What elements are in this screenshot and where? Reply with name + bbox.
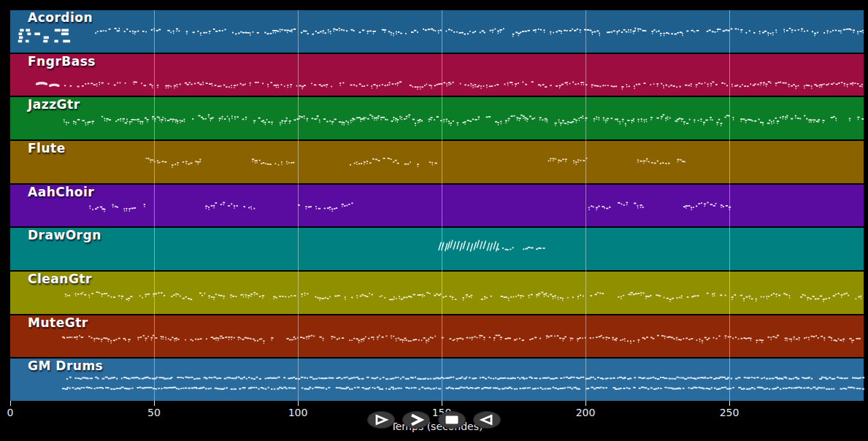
axis-tick [10,401,11,406]
track-rows: Acordion FngrBass JazzGtr Flute AahChoir… [10,10,864,401]
track-row-gm-drums: GM Drums [10,358,864,401]
track-label: AahChoir [28,185,94,199]
gridline-200 [585,10,586,401]
axis-tick-label: 250 [720,407,740,418]
axis-tick-label: 200 [576,407,596,418]
track-label: Flute [28,141,66,156]
track-row-cleangtr: CleanGtr [10,272,864,314]
track-row-flute: Flute [10,141,864,183]
midi-player-window: Acordion FngrBass JazzGtr Flute AahChoir… [0,0,868,441]
stop-button[interactable] [438,411,466,429]
axis-tick-label: 50 [147,407,161,418]
track-label: GM Drums [28,358,103,373]
axis-tick [585,401,586,406]
track-row-draworgn: DrawOrgn [10,228,864,270]
track-label: JazzGtr [28,97,80,112]
play-icon [372,414,390,426]
track-label: FngrBass [28,54,96,69]
gridline-250 [729,10,730,401]
rewind-icon [478,414,496,426]
axis-tick-label: 100 [288,407,308,418]
track-row-aahchoir: AahChoir [10,185,864,227]
axis-tick-label: 0 [7,407,14,418]
track-label: CleanGtr [28,272,92,286]
track-timeline: Acordion FngrBass JazzGtr Flute AahChoir… [10,10,864,401]
track-row-mutegtr: MuteGtr [10,315,864,358]
track-label: Acordion [28,10,93,25]
gridline-150 [442,10,442,401]
axis-tick [729,401,730,406]
x-axis-label: Temps (secondes) [10,421,864,432]
fast-forward-icon [407,414,425,426]
play-button[interactable] [367,411,395,429]
axis-tick [442,401,442,406]
track-row-fngrbass: FngrBass [10,54,864,96]
track-row-acordion: Acordion [10,10,864,53]
stop-icon [443,414,461,426]
axis-tick [298,401,299,406]
gridline-100 [298,10,299,401]
track-label: MuteGtr [28,315,88,330]
track-label: DrawOrgn [28,228,101,242]
gridline-50 [154,10,155,401]
track-row-jazzgtr: JazzGtr [10,97,864,139]
fast-forward-button[interactable] [402,411,430,429]
axis-tick [154,401,155,406]
rewind-button[interactable] [473,411,501,429]
